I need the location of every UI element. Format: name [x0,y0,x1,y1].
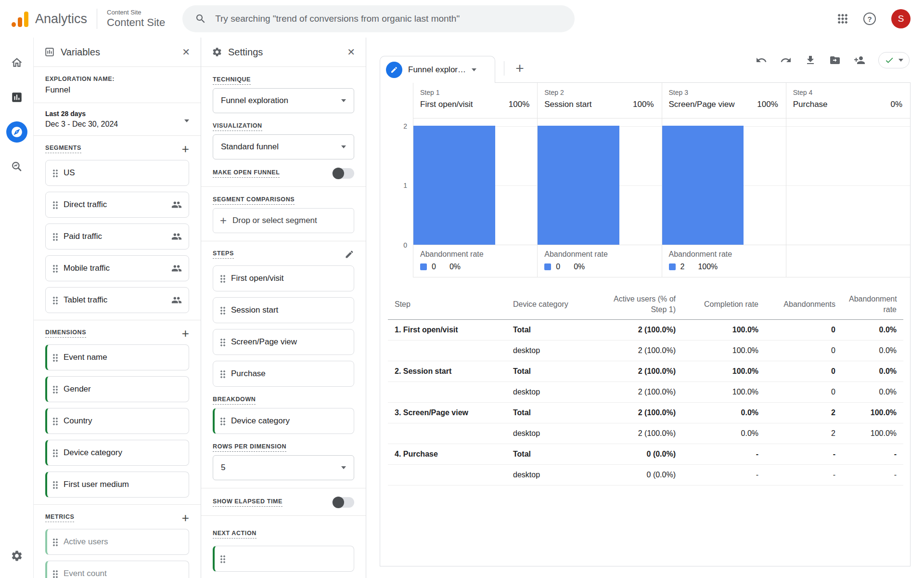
metric-chip-active-users[interactable]: Active users [45,529,189,555]
drag-handle-icon[interactable] [52,169,58,177]
download-icon[interactable] [805,54,816,66]
drag-handle-icon[interactable] [52,385,58,394]
analytics-logo-icon[interactable] [12,11,28,27]
tab-funnel-exploration[interactable]: Funnel explor… [380,56,495,83]
dimension-chip-country[interactable]: Country [45,408,189,434]
drag-handle-icon[interactable] [52,264,58,273]
dimension-chip-device-category[interactable]: Device category [45,440,189,466]
funnel-column-3[interactable] [662,118,786,245]
variables-title: Variables [61,47,100,58]
segment-chip-direct-traffic[interactable]: Direct traffic [45,192,189,218]
step-chip-screen-page-view[interactable]: Screen/Page view [213,329,354,355]
funnel-column-1[interactable] [413,118,537,245]
search-bar[interactable] [182,5,575,32]
abandonment-rate: 0% [449,263,461,271]
segment-drop-zone[interactable]: + Drop or select segment [213,208,354,233]
google-apps-icon[interactable] [837,13,848,24]
help-icon[interactable]: ? [863,13,876,25]
redo-icon[interactable] [780,54,792,66]
next-action-block: NEXT ACTION [201,516,366,572]
segment-chip-paid-traffic[interactable]: Paid traffic [45,223,189,250]
drag-handle-icon[interactable] [220,338,225,346]
search-input[interactable] [215,13,562,24]
drag-handle-icon[interactable] [220,275,225,283]
drag-handle-icon[interactable] [52,449,58,457]
close-icon[interactable]: ✕ [347,46,355,58]
nav-advertising-button[interactable] [6,156,27,177]
segment-chip-tablet-traffic[interactable]: Tablet traffic [45,287,189,313]
account-switcher[interactable]: Content Site Content Site [107,9,165,29]
edit-steps-icon[interactable] [345,250,354,259]
nav-admin-button[interactable] [6,545,27,566]
drag-handle-icon[interactable] [220,306,225,315]
show-elapsed-time-toggle[interactable] [332,497,354,508]
technique-select[interactable]: Funnel exploration [213,88,354,113]
add-metric-button[interactable]: + [182,512,189,523]
funnel-column-2[interactable] [537,118,661,245]
settings-panel: Settings ✕ TECHNIQUE Funnel exploration … [201,38,366,578]
visualization-select[interactable]: Standard funnel [213,134,354,159]
dimensions-section: DIMENSIONS + Event name Gender Country [34,320,201,505]
nav-home-button[interactable] [6,52,27,73]
funnel-step-header-4: Step 4 Purchase 0% [786,83,910,118]
step-chip-session-start[interactable]: Session start [213,297,354,323]
segment-chip-us[interactable]: US [45,160,189,186]
segment-comparisons-label: SEGMENT COMPARISONS [213,196,295,205]
exploration-name-value[interactable]: Funnel [45,85,189,95]
funnel-bar-step-1[interactable] [413,126,495,245]
export-icon[interactable] [829,54,841,66]
approve-button[interactable] [878,52,910,68]
drag-handle-icon[interactable] [52,296,58,304]
abandonment-cell-3: Abandonment rate 2 100% [662,245,786,277]
step-chip-purchase[interactable]: Purchase [213,361,354,387]
funnel-bar-step-2[interactable] [538,126,619,245]
close-icon[interactable]: ✕ [182,46,190,58]
variables-panel-header: Variables ✕ [34,38,201,67]
edit-tab-button[interactable] [386,62,402,78]
abandonment-label: Abandonment rate [544,250,654,259]
visualization-value: Standard funnel [221,142,279,152]
dimension-chip-gender[interactable]: Gender [45,376,189,402]
advertising-icon [11,160,23,173]
drag-handle-icon[interactable] [52,233,58,241]
metric-chip-event-count[interactable]: Event count [45,561,189,578]
drag-handle-icon[interactable] [52,538,58,546]
funnel-data-table: Step Device category Active users (% of … [388,289,903,486]
open-funnel-toggle[interactable] [332,168,354,179]
show-elapsed-time-label: SHOW ELAPSED TIME [213,498,282,507]
funnel-bar-step-3[interactable] [662,126,744,245]
drag-handle-icon[interactable] [220,417,225,425]
col-active-users: Active users (% of Step 1) [597,289,682,320]
avatar[interactable]: S [891,9,911,28]
add-user-icon[interactable] [854,54,865,66]
drag-handle-icon[interactable] [52,570,58,578]
breakdown-chip-device-category[interactable]: Device category [213,408,354,434]
nav-explore-button[interactable] [6,121,27,143]
dimension-chip-first-user-medium[interactable]: First user medium [45,472,189,498]
next-action-chip[interactable] [213,546,354,572]
exploration-name-block: EXPLORATION NAME: Funnel [34,67,201,103]
drag-handle-icon[interactable] [52,201,58,209]
date-range-picker[interactable]: Last 28 days Dec 3 - Dec 30, 2024 [34,103,201,136]
add-dimension-button[interactable]: + [182,328,189,339]
rows-per-dimension-select[interactable]: 5 [213,455,354,480]
canvas: Funnel explor… + [366,38,924,578]
metrics-label: METRICS [45,513,74,522]
open-funnel-row: MAKE OPEN FUNNEL [201,159,366,186]
drag-handle-icon[interactable] [220,555,225,563]
nav-reports-button[interactable] [6,87,27,108]
next-action-label: NEXT ACTION [213,530,257,539]
dimension-chip-event-name[interactable]: Event name [45,344,189,370]
add-tab-button[interactable]: + [513,60,526,77]
col-device-category: Device category [506,289,597,320]
step-chip-first-open-visit[interactable]: First open/visit [213,265,354,291]
drag-handle-icon[interactable] [220,370,225,378]
drag-handle-icon[interactable] [52,354,58,362]
drag-handle-icon[interactable] [52,481,58,489]
add-segment-button[interactable]: + [182,144,189,154]
segment-chip-mobile-traffic[interactable]: Mobile traffic [45,255,189,281]
drag-handle-icon[interactable] [52,417,58,425]
undo-icon[interactable] [756,54,767,66]
funnel-column-4[interactable] [786,118,910,245]
step-name: Screen/Page view [669,100,735,109]
